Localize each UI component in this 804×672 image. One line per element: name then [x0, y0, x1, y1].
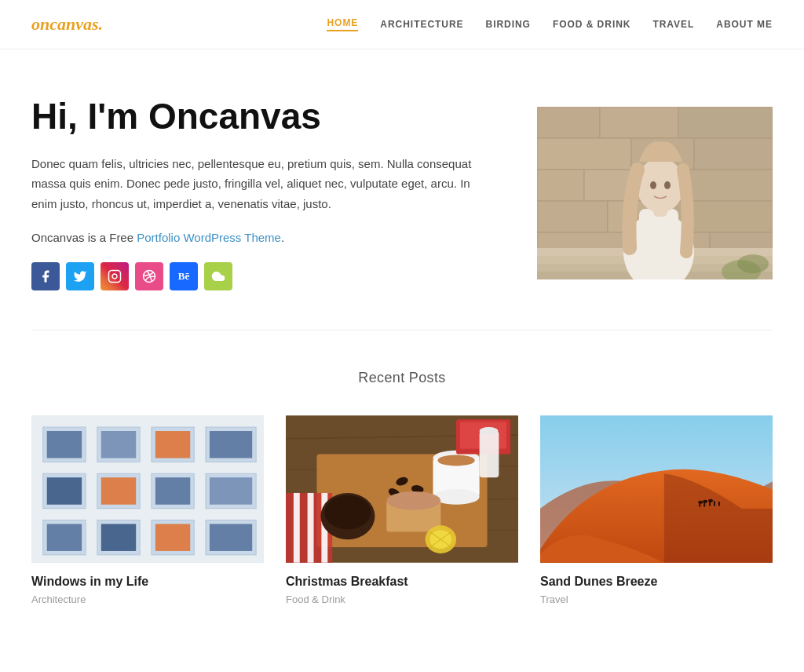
svg-point-28 [664, 181, 671, 189]
svg-rect-69 [308, 493, 314, 563]
cloud-icon[interactable] [204, 262, 232, 290]
svg-point-27 [650, 181, 656, 189]
svg-point-66 [437, 455, 474, 466]
facebook-icon[interactable] [31, 262, 60, 290]
post-title-2: Christmas Breakfast [286, 575, 518, 589]
post-card-1[interactable]: Windows in my Life Architecture [31, 415, 264, 605]
svg-rect-84 [480, 431, 499, 477]
svg-rect-38 [155, 431, 190, 458]
post-thumb-2 [286, 415, 518, 564]
nav-item-architecture[interactable]: ARCHITECTURE [380, 19, 463, 30]
logo[interactable]: oncanvas. [31, 14, 103, 35]
behance-icon[interactable]: Bē [170, 262, 198, 290]
svg-rect-34 [47, 431, 82, 458]
svg-rect-9 [694, 138, 773, 170]
portfolio-link[interactable]: Portfolio WordPress Theme [137, 231, 281, 244]
svg-rect-24 [639, 209, 678, 264]
post-card-2[interactable]: Christmas Breakfast Food & Drink [286, 415, 518, 605]
svg-rect-56 [210, 524, 252, 551]
svg-point-85 [480, 427, 499, 435]
svg-rect-90 [714, 500, 715, 506]
twitter-icon[interactable] [66, 262, 94, 290]
svg-rect-4 [537, 107, 600, 138]
hero-heading: Hi, I'm Oncanvas [31, 97, 487, 137]
nav-item-birding[interactable]: BIRDING [486, 19, 531, 30]
recent-posts-section: Recent Posts [0, 331, 804, 637]
svg-rect-36 [101, 431, 136, 458]
svg-point-94 [708, 499, 713, 502]
post-category-3[interactable]: Travel [540, 593, 773, 605]
post-title-1: Windows in my Life [31, 575, 264, 589]
post-category-2[interactable]: Food & Drink [286, 593, 518, 605]
post-thumb-1 [31, 415, 264, 564]
hero-text: Hi, I'm Oncanvas Donec quam felis, ultri… [31, 97, 487, 290]
post-title-3: Sand Dunes Breeze [540, 575, 773, 589]
posts-grid: Windows in my Life Architecture [31, 415, 773, 605]
post-thumb-3 [540, 415, 773, 564]
post-card-3[interactable]: Sand Dunes Breeze Travel [540, 415, 773, 605]
svg-rect-42 [47, 477, 82, 505]
nav-item-about-me[interactable]: ABOUT ME [716, 19, 773, 30]
svg-rect-52 [101, 524, 136, 551]
main-nav: HOMEARCHITECTUREBIRDINGFOOD & DRINKTRAVE… [327, 17, 773, 31]
svg-point-92 [698, 500, 703, 503]
hero-section: Hi, I'm Oncanvas Donec quam felis, ultri… [0, 49, 804, 330]
dribbble-icon[interactable] [135, 262, 163, 290]
svg-rect-6 [678, 107, 773, 138]
nav-item-home[interactable]: HOME [327, 17, 358, 31]
svg-point-26 [637, 158, 684, 213]
svg-rect-68 [294, 493, 300, 563]
svg-point-93 [703, 499, 707, 502]
svg-rect-10 [537, 170, 584, 201]
hero-body: Donec quam felis, ultricies nec, pellent… [31, 154, 487, 214]
svg-rect-44 [101, 477, 136, 505]
hero-portrait [537, 107, 773, 279]
logo-dot: . [99, 14, 104, 34]
social-icons: Bē [31, 262, 487, 290]
portfolio-suffix: . [281, 231, 284, 244]
svg-rect-48 [210, 477, 252, 505]
logo-text: oncanvas [31, 14, 99, 34]
svg-rect-0 [109, 270, 121, 282]
svg-rect-91 [718, 501, 720, 506]
svg-point-30 [737, 254, 769, 273]
nav-item-travel[interactable]: TRAVEL [652, 19, 694, 30]
svg-rect-50 [47, 524, 82, 551]
svg-rect-5 [600, 107, 678, 138]
portfolio-prefix: Oncanvas is a Free [31, 231, 137, 244]
recent-posts-heading: Recent Posts [31, 370, 773, 386]
header: oncanvas. HOMEARCHITECTUREBIRDINGFOOD & … [0, 0, 804, 49]
svg-point-72 [324, 495, 371, 528]
instagram-icon[interactable] [100, 262, 129, 290]
svg-rect-54 [155, 524, 190, 551]
nav-item-food---drink[interactable]: FOOD & DRINK [553, 19, 631, 30]
svg-point-77 [386, 491, 440, 510]
svg-rect-46 [155, 477, 190, 505]
svg-rect-40 [210, 431, 252, 458]
svg-rect-13 [537, 201, 608, 232]
post-category-1[interactable]: Architecture [31, 593, 264, 605]
svg-rect-7 [537, 138, 631, 170]
portfolio-line: Oncanvas is a Free Portfolio WordPress T… [31, 228, 487, 248]
